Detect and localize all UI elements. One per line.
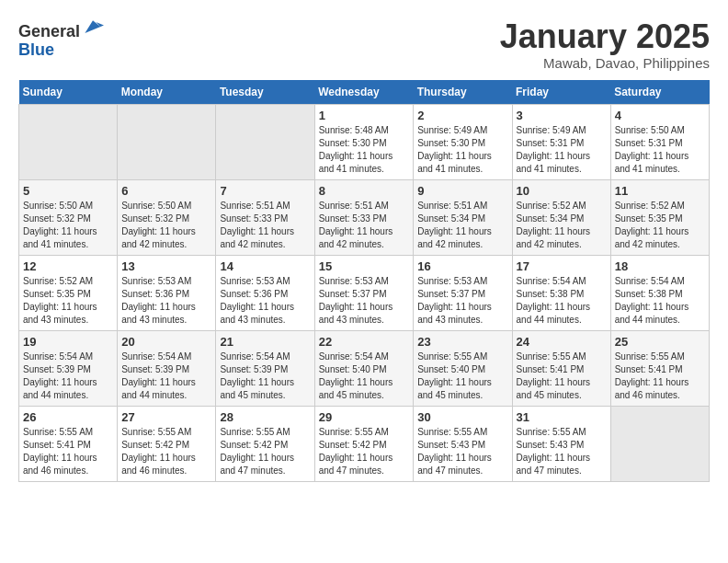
day-number: 18 (615, 259, 705, 273)
day-info: Sunrise: 5:49 AMSunset: 5:30 PMDaylight:… (417, 124, 507, 176)
week-row-4: 19Sunrise: 5:54 AMSunset: 5:39 PMDayligh… (19, 330, 710, 406)
day-info: Sunrise: 5:53 AMSunset: 5:37 PMDaylight:… (319, 275, 410, 327)
day-number: 21 (220, 335, 310, 349)
day-cell: 26Sunrise: 5:55 AMSunset: 5:41 PMDayligh… (19, 406, 118, 481)
day-number: 28 (220, 410, 310, 424)
day-info: Sunrise: 5:54 AMSunset: 5:39 PMDaylight:… (23, 350, 113, 402)
day-info: Sunrise: 5:54 AMSunset: 5:38 PMDaylight:… (615, 275, 705, 327)
day-info: Sunrise: 5:52 AMSunset: 5:34 PMDaylight:… (517, 200, 607, 251)
day-cell: 31Sunrise: 5:55 AMSunset: 5:43 PMDayligh… (512, 406, 610, 481)
day-cell: 20Sunrise: 5:54 AMSunset: 5:39 PMDayligh… (118, 330, 216, 406)
day-number: 27 (121, 410, 211, 424)
day-info: Sunrise: 5:52 AMSunset: 5:35 PMDaylight:… (615, 200, 705, 251)
day-number: 8 (319, 184, 410, 198)
day-cell: 3Sunrise: 5:49 AMSunset: 5:31 PMDaylight… (512, 104, 610, 179)
day-cell: 7Sunrise: 5:51 AMSunset: 5:33 PMDaylight… (216, 179, 314, 255)
day-cell: 1Sunrise: 5:48 AMSunset: 5:30 PMDaylight… (314, 104, 414, 179)
day-cell: 10Sunrise: 5:52 AMSunset: 5:34 PMDayligh… (512, 179, 610, 255)
week-row-2: 5Sunrise: 5:50 AMSunset: 5:32 PMDaylight… (19, 179, 710, 255)
day-info: Sunrise: 5:54 AMSunset: 5:40 PMDaylight:… (319, 350, 410, 402)
day-cell: 29Sunrise: 5:55 AMSunset: 5:42 PMDayligh… (314, 406, 414, 481)
day-info: Sunrise: 5:49 AMSunset: 5:31 PMDaylight:… (517, 124, 607, 176)
day-info: Sunrise: 5:55 AMSunset: 5:41 PMDaylight:… (517, 350, 607, 402)
logo: General Blue (18, 18, 104, 60)
calendar-table: SundayMondayTuesdayWednesdayThursdayFrid… (18, 80, 710, 482)
day-cell: 24Sunrise: 5:55 AMSunset: 5:41 PMDayligh… (512, 330, 610, 406)
day-info: Sunrise: 5:50 AMSunset: 5:31 PMDaylight:… (615, 124, 705, 176)
day-info: Sunrise: 5:50 AMSunset: 5:32 PMDaylight:… (23, 200, 113, 251)
day-cell: 18Sunrise: 5:54 AMSunset: 5:38 PMDayligh… (610, 255, 709, 330)
day-number: 11 (615, 184, 705, 198)
day-info: Sunrise: 5:55 AMSunset: 5:43 PMDaylight:… (417, 426, 507, 477)
day-cell: 2Sunrise: 5:49 AMSunset: 5:30 PMDaylight… (414, 104, 512, 179)
day-number: 29 (319, 410, 410, 424)
day-cell (118, 104, 216, 179)
day-cell: 22Sunrise: 5:54 AMSunset: 5:40 PMDayligh… (314, 330, 414, 406)
week-row-3: 12Sunrise: 5:52 AMSunset: 5:35 PMDayligh… (19, 255, 710, 330)
day-number: 23 (417, 335, 507, 349)
day-info: Sunrise: 5:55 AMSunset: 5:41 PMDaylight:… (23, 426, 113, 477)
day-info: Sunrise: 5:55 AMSunset: 5:42 PMDaylight:… (220, 426, 310, 477)
day-cell: 13Sunrise: 5:53 AMSunset: 5:36 PMDayligh… (118, 255, 216, 330)
title-block: January 2025 Mawab, Davao, Philippines (500, 18, 710, 71)
day-info: Sunrise: 5:55 AMSunset: 5:42 PMDaylight:… (319, 426, 410, 477)
day-info: Sunrise: 5:51 AMSunset: 5:34 PMDaylight:… (417, 200, 507, 251)
weekday-wednesday: Wednesday (314, 80, 414, 105)
day-info: Sunrise: 5:53 AMSunset: 5:36 PMDaylight:… (121, 275, 211, 327)
day-info: Sunrise: 5:53 AMSunset: 5:36 PMDaylight:… (220, 275, 310, 327)
weekday-thursday: Thursday (414, 80, 512, 105)
month-title: January 2025 (500, 18, 710, 55)
logo-bird-icon (82, 18, 104, 37)
day-cell: 5Sunrise: 5:50 AMSunset: 5:32 PMDaylight… (19, 179, 118, 255)
day-number: 7 (220, 184, 310, 198)
weekday-header-row: SundayMondayTuesdayWednesdayThursdayFrid… (19, 80, 710, 105)
day-number: 5 (23, 184, 113, 198)
day-info: Sunrise: 5:54 AMSunset: 5:39 PMDaylight:… (220, 350, 310, 402)
day-number: 25 (615, 335, 705, 349)
day-info: Sunrise: 5:55 AMSunset: 5:42 PMDaylight:… (121, 426, 211, 477)
day-info: Sunrise: 5:48 AMSunset: 5:30 PMDaylight:… (319, 124, 410, 176)
day-number: 26 (23, 410, 113, 424)
day-cell: 23Sunrise: 5:55 AMSunset: 5:40 PMDayligh… (414, 330, 512, 406)
day-info: Sunrise: 5:55 AMSunset: 5:41 PMDaylight:… (615, 350, 705, 402)
day-cell: 19Sunrise: 5:54 AMSunset: 5:39 PMDayligh… (19, 330, 118, 406)
day-cell: 27Sunrise: 5:55 AMSunset: 5:42 PMDayligh… (118, 406, 216, 481)
day-number: 20 (121, 335, 211, 349)
day-number: 24 (517, 335, 607, 349)
day-number: 10 (517, 184, 607, 198)
weekday-tuesday: Tuesday (216, 80, 314, 105)
logo-general: General (18, 22, 80, 40)
week-row-1: 1Sunrise: 5:48 AMSunset: 5:30 PMDaylight… (19, 104, 710, 179)
day-number: 3 (517, 109, 607, 122)
day-number: 14 (220, 259, 310, 273)
day-number: 17 (517, 259, 607, 273)
day-info: Sunrise: 5:51 AMSunset: 5:33 PMDaylight:… (319, 200, 410, 251)
day-info: Sunrise: 5:53 AMSunset: 5:37 PMDaylight:… (417, 275, 507, 327)
week-row-5: 26Sunrise: 5:55 AMSunset: 5:41 PMDayligh… (19, 406, 710, 481)
svg-marker-0 (85, 20, 104, 33)
day-number: 12 (23, 259, 113, 273)
weekday-sunday: Sunday (19, 80, 118, 105)
day-number: 22 (319, 335, 410, 349)
day-cell: 9Sunrise: 5:51 AMSunset: 5:34 PMDaylight… (414, 179, 512, 255)
day-number: 4 (615, 109, 705, 122)
day-number: 6 (121, 184, 211, 198)
location: Mawab, Davao, Philippines (500, 55, 710, 71)
day-cell (610, 406, 709, 481)
day-number: 31 (517, 410, 607, 424)
day-cell: 28Sunrise: 5:55 AMSunset: 5:42 PMDayligh… (216, 406, 314, 481)
day-info: Sunrise: 5:52 AMSunset: 5:35 PMDaylight:… (23, 275, 113, 327)
day-number: 2 (417, 109, 507, 122)
day-cell: 25Sunrise: 5:55 AMSunset: 5:41 PMDayligh… (610, 330, 709, 406)
weekday-saturday: Saturday (610, 80, 709, 105)
day-cell: 30Sunrise: 5:55 AMSunset: 5:43 PMDayligh… (414, 406, 512, 481)
day-number: 9 (417, 184, 507, 198)
day-cell (19, 104, 118, 179)
day-cell (216, 104, 314, 179)
page-header: General Blue January 2025 Mawab, Davao, … (18, 18, 710, 71)
day-cell: 21Sunrise: 5:54 AMSunset: 5:39 PMDayligh… (216, 330, 314, 406)
day-info: Sunrise: 5:51 AMSunset: 5:33 PMDaylight:… (220, 200, 310, 251)
day-number: 16 (417, 259, 507, 273)
day-cell: 14Sunrise: 5:53 AMSunset: 5:36 PMDayligh… (216, 255, 314, 330)
day-cell: 11Sunrise: 5:52 AMSunset: 5:35 PMDayligh… (610, 179, 709, 255)
